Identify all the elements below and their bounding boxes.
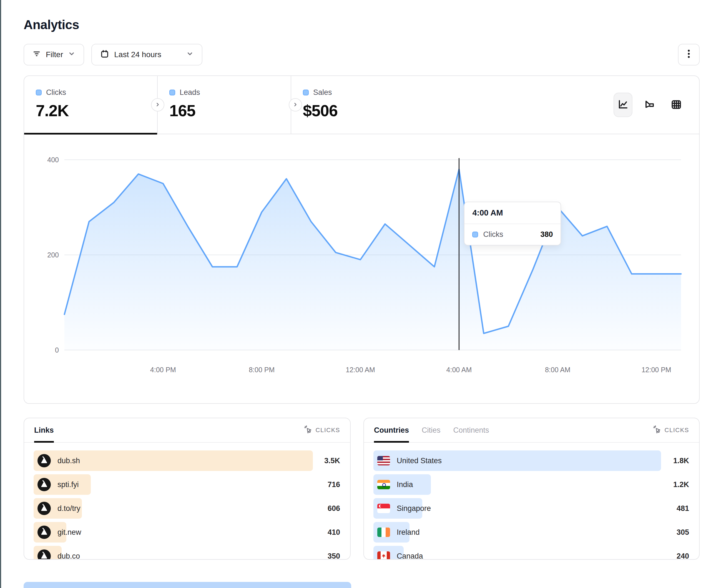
clicks-area-chart[interactable]: 0200400 4:00 PM8:00 PM12:00 AM4:00 AM8:0… bbox=[24, 134, 699, 403]
row-label: dub.co bbox=[58, 552, 80, 560]
analytics-card: Clicks 7.2K Leads 165 Sales $506 bbox=[24, 75, 699, 404]
sales-legend-swatch bbox=[303, 90, 309, 95]
chevron-right-icon bbox=[293, 102, 298, 108]
svg-text:12:00 AM: 12:00 AM bbox=[346, 366, 375, 374]
bottom-panels: Links CLICKS dub.sh3.5Kspti.fyi716d.to/t… bbox=[24, 418, 699, 560]
area-fill bbox=[64, 169, 681, 350]
svg-text:4:00 PM: 4:00 PM bbox=[150, 366, 176, 374]
filter-button[interactable]: Filter bbox=[24, 44, 84, 65]
date-range-button[interactable]: Last 24 hours bbox=[91, 44, 202, 65]
chevron-right-icon bbox=[155, 102, 160, 108]
country-row-singapore[interactable]: Singapore481 bbox=[373, 498, 690, 519]
svg-text:8:00 PM: 8:00 PM bbox=[249, 366, 275, 374]
tab-continents[interactable]: Continents bbox=[453, 418, 489, 442]
expand-leads-button[interactable] bbox=[289, 98, 302, 112]
flag-icon-sg bbox=[377, 504, 390, 513]
row-value: 606 bbox=[328, 504, 341, 513]
row-label: Ireland bbox=[397, 528, 420, 537]
toolbar: Filter Last 24 hours bbox=[24, 44, 699, 65]
tooltip-legend-swatch bbox=[472, 232, 478, 238]
links-panel-header: Links CLICKS bbox=[24, 418, 350, 443]
stats-tabs-row: Clicks 7.2K Leads 165 Sales $506 bbox=[24, 76, 699, 134]
sales-tab-label: Sales bbox=[313, 88, 332, 97]
flag-icon-us bbox=[377, 456, 390, 466]
expand-clicks-button[interactable] bbox=[151, 98, 164, 112]
tab-links[interactable]: Links bbox=[34, 418, 54, 442]
chart-canvas: 0200400 4:00 PM8:00 PM12:00 AM4:00 AM8:0… bbox=[24, 134, 699, 403]
line-chart-view-button[interactable] bbox=[613, 93, 632, 117]
funnel-chart-view-button[interactable] bbox=[640, 93, 659, 117]
leads-value: 165 bbox=[169, 101, 279, 120]
row-label: git.new bbox=[58, 528, 81, 537]
row-label: spti.fyi bbox=[58, 480, 79, 489]
row-value: 1.2K bbox=[673, 480, 690, 489]
table-view-button[interactable] bbox=[667, 93, 686, 117]
dub-logo-icon bbox=[38, 526, 51, 539]
leads-tab-label: Leads bbox=[180, 88, 200, 97]
row-label: d.to/try bbox=[58, 504, 81, 513]
leads-legend-swatch bbox=[169, 90, 175, 95]
flag-icon-ca bbox=[377, 551, 390, 560]
kebab-menu-icon bbox=[685, 49, 693, 61]
row-value: 3.5K bbox=[324, 456, 341, 465]
row-value: 716 bbox=[328, 480, 341, 489]
dub-logo-icon bbox=[38, 502, 51, 515]
tooltip-series-label: Clicks bbox=[483, 230, 503, 239]
flag-icon-in bbox=[377, 480, 390, 489]
svg-text:8:00 AM: 8:00 AM bbox=[545, 366, 570, 374]
chevron-down-icon bbox=[186, 50, 194, 59]
calendar-icon bbox=[100, 49, 109, 60]
row-label: United States bbox=[397, 456, 442, 465]
table-grid-icon bbox=[670, 99, 682, 111]
chevron-down-icon bbox=[68, 50, 75, 59]
country-row-ireland[interactable]: Ireland305 bbox=[373, 522, 690, 543]
dub-logo-icon bbox=[38, 478, 51, 491]
svg-text:400: 400 bbox=[47, 156, 59, 164]
x-axis-labels: 4:00 PM8:00 PM12:00 AM4:00 AM8:00 AM12:0… bbox=[150, 366, 671, 374]
link-row-d-to-try[interactable]: d.to/try606 bbox=[34, 498, 341, 519]
link-row-git-new[interactable]: git.new410 bbox=[34, 522, 341, 543]
filter-icon bbox=[33, 50, 41, 60]
countries-metric-label: CLICKS bbox=[665, 427, 689, 434]
countries-panel-header: Countries Cities Continents CLICKS bbox=[364, 418, 699, 443]
link-row-spti-fyi[interactable]: spti.fyi716 bbox=[34, 474, 341, 495]
flag-icon-ie bbox=[377, 527, 390, 537]
analytics-page: Analytics Filter Last 24 hours bbox=[24, 0, 699, 560]
country-row-canada[interactable]: Canada240 bbox=[373, 546, 690, 560]
tab-cities[interactable]: Cities bbox=[422, 418, 440, 442]
link-row-dub-sh[interactable]: dub.sh3.5K bbox=[34, 450, 341, 471]
svg-text:4:00 AM: 4:00 AM bbox=[447, 366, 472, 374]
more-options-button[interactable] bbox=[678, 44, 699, 65]
tab-clicks[interactable]: Clicks 7.2K bbox=[24, 76, 158, 134]
row-label: dub.sh bbox=[58, 456, 80, 465]
row-label: India bbox=[397, 480, 413, 489]
partial-bottom-bar bbox=[24, 582, 351, 588]
window-left-edge bbox=[0, 0, 1, 588]
filter-button-label: Filter bbox=[46, 50, 63, 59]
links-metric[interactable]: CLICKS bbox=[304, 425, 340, 435]
country-row-united-states[interactable]: United States1.8K bbox=[373, 450, 690, 471]
dub-logo-icon bbox=[38, 549, 51, 560]
y-axis-labels: 0200400 bbox=[47, 156, 59, 354]
tab-leads[interactable]: Leads 165 bbox=[158, 76, 291, 134]
tab-countries[interactable]: Countries bbox=[374, 418, 409, 442]
row-value: 350 bbox=[328, 552, 341, 560]
chart-view-toggles bbox=[613, 93, 699, 117]
row-value: 481 bbox=[676, 504, 690, 513]
clicks-tab-label: Clicks bbox=[46, 88, 66, 97]
tooltip-time: 4:00 AM bbox=[465, 202, 561, 224]
cursor-click-icon bbox=[304, 425, 312, 435]
sales-value: $506 bbox=[303, 101, 417, 120]
row-value: 240 bbox=[676, 552, 690, 560]
countries-panel: Countries Cities Continents CLICKS Unite… bbox=[363, 418, 699, 560]
tab-sales[interactable]: Sales $506 bbox=[291, 76, 429, 134]
link-row-dub-co[interactable]: dub.co350 bbox=[34, 546, 341, 560]
svg-text:200: 200 bbox=[47, 251, 59, 259]
tooltip-value: 380 bbox=[540, 230, 553, 239]
countries-metric[interactable]: CLICKS bbox=[653, 425, 689, 435]
date-range-label: Last 24 hours bbox=[114, 50, 161, 59]
country-row-india[interactable]: India1.2K bbox=[373, 474, 690, 495]
row-value: 1.8K bbox=[673, 456, 690, 465]
svg-text:0: 0 bbox=[55, 346, 59, 354]
row-label: Singapore bbox=[397, 504, 431, 513]
